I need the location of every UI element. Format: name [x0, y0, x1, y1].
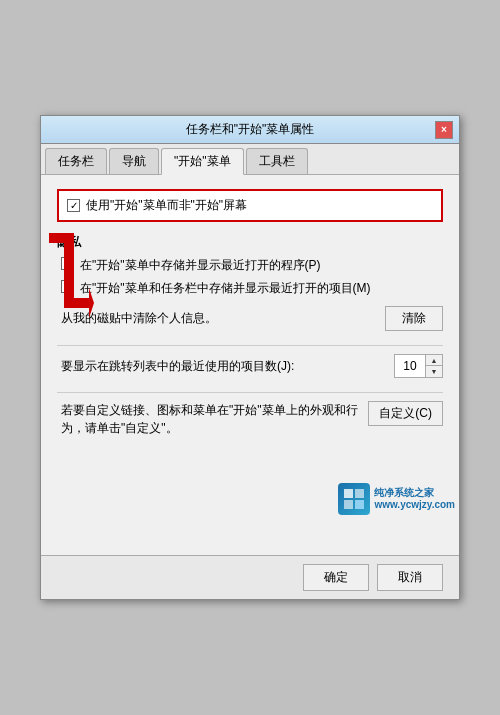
divider2	[57, 392, 443, 393]
title-bar-buttons: ×	[435, 121, 453, 139]
watermark-icon	[342, 487, 366, 511]
privacy-option1-checkbox[interactable]	[61, 257, 74, 270]
watermark-logo	[338, 483, 370, 515]
window-title: 任务栏和"开始"菜单属性	[65, 121, 435, 138]
watermark-line1: 纯净系统之家	[374, 487, 455, 499]
title-bar: 任务栏和"开始"菜单属性 ×	[41, 116, 459, 144]
svg-rect-3	[344, 500, 353, 509]
watermark-text-block: 纯净系统之家 www.ycwjzy.com	[374, 487, 455, 511]
spinner-buttons: ▲ ▼	[425, 355, 442, 377]
close-button[interactable]: ×	[435, 121, 453, 139]
start-menu-option-label: 使用"开始"菜单而非"开始"屏幕	[86, 197, 247, 214]
tab-nav[interactable]: 导航	[109, 148, 159, 174]
privacy-option1-row: 在"开始"菜单中存储并显示最近打开的程序(P)	[57, 257, 443, 274]
tab-toolbar[interactable]: 工具栏	[246, 148, 308, 174]
svg-rect-2	[355, 489, 364, 498]
spinner-down-button[interactable]: ▼	[426, 366, 442, 377]
watermark: 纯净系统之家 www.ycwjzy.com	[338, 483, 455, 515]
highlight-option-box: 使用"开始"菜单而非"开始"屏幕	[57, 189, 443, 222]
privacy-option1-label: 在"开始"菜单中存储并显示最近打开的程序(P)	[80, 257, 321, 274]
privacy-section: 隐私 在"开始"菜单中存储并显示最近打开的程序(P) 在"开始"菜单和任务栏中存…	[57, 234, 443, 297]
recent-items-spinner: ▲ ▼	[394, 354, 443, 378]
watermark-url: www.ycwjzy.com	[374, 499, 455, 511]
clear-row: 从我的磁贴中清除个人信息。 清除	[57, 306, 443, 331]
svg-rect-1	[344, 489, 353, 498]
content-area: 使用"开始"菜单而非"开始"屏幕 隐私 在"开始"菜单中存储并显示最近打开的程序…	[41, 175, 459, 555]
footer: 确定 取消	[41, 555, 459, 599]
svg-rect-4	[355, 500, 364, 509]
recent-items-label: 要显示在跳转列表中的最近使用的项目数(J):	[61, 358, 394, 375]
customize-text: 若要自定义链接、图标和菜单在"开始"菜单上的外观和行为，请单击"自定义"。	[61, 401, 358, 437]
tab-bar: 任务栏 导航 "开始"菜单 工具栏	[41, 144, 459, 175]
cancel-button[interactable]: 取消	[377, 564, 443, 591]
recent-items-input[interactable]	[395, 355, 425, 377]
start-menu-checkbox[interactable]	[67, 199, 80, 212]
recent-items-row: 要显示在跳转列表中的最近使用的项目数(J): ▲ ▼	[57, 354, 443, 378]
ok-button[interactable]: 确定	[303, 564, 369, 591]
spinner-up-button[interactable]: ▲	[426, 355, 442, 366]
clear-button[interactable]: 清除	[385, 306, 443, 331]
privacy-option2-checkbox[interactable]	[61, 280, 74, 293]
privacy-option2-row: 在"开始"菜单和任务栏中存储并显示最近打开的项目(M)	[57, 280, 443, 297]
privacy-title: 隐私	[57, 234, 443, 251]
divider1	[57, 345, 443, 346]
customize-button[interactable]: 自定义(C)	[368, 401, 443, 426]
tab-taskbar[interactable]: 任务栏	[45, 148, 107, 174]
tab-start-menu[interactable]: "开始"菜单	[161, 148, 244, 175]
privacy-option2-label: 在"开始"菜单和任务栏中存储并显示最近打开的项目(M)	[80, 280, 371, 297]
clear-label: 从我的磁贴中清除个人信息。	[61, 310, 217, 327]
customize-row: 若要自定义链接、图标和菜单在"开始"菜单上的外观和行为，请单击"自定义"。 自定…	[57, 401, 443, 437]
properties-window: 任务栏和"开始"菜单属性 × 任务栏 导航 "开始"菜单 工具栏 使用"开始"菜…	[40, 115, 460, 600]
